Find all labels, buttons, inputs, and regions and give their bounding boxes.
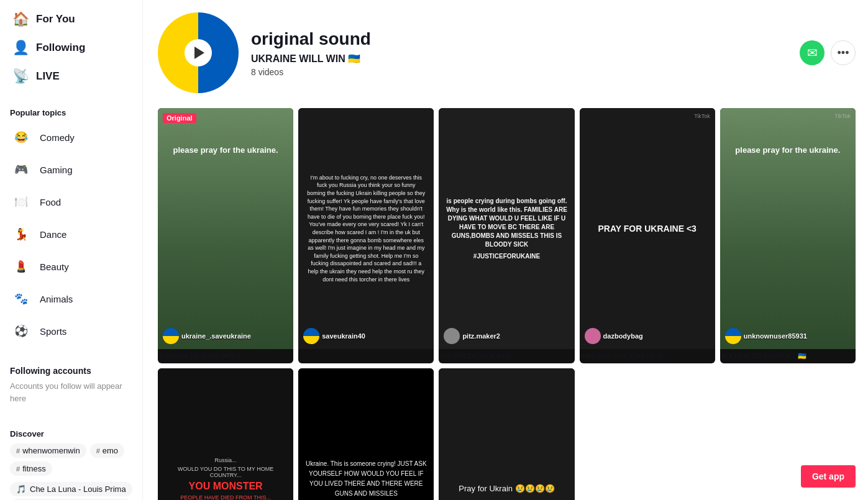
sidebar-item-food[interactable]: 🍽️ Food [0, 186, 142, 218]
sound-title: original sound [251, 29, 787, 49]
video-card-2[interactable]: I'm about to fucking cry, no one deserve… [298, 108, 434, 363]
discover-section: Discover # whenwomenwin # emo # fitness [0, 422, 142, 480]
video-caption-3: #JUSTICEFORUKAINE [439, 349, 574, 363]
tag-label-2: emo [103, 446, 118, 455]
video-grid: Original please pray for the ukraine. uk… [158, 108, 856, 500]
animals-label: Animals [40, 294, 73, 304]
nav-following[interactable]: 👤 Following [2, 34, 140, 62]
more-options-button[interactable]: ••• [831, 40, 856, 65]
home-icon: 🏠 [12, 11, 29, 27]
food-icon: 🍽️ [10, 191, 32, 213]
username-2: saveukrain40 [322, 332, 365, 340]
sound-actions: ✉ ••• [800, 40, 856, 65]
ellipsis-icon: ••• [838, 47, 849, 60]
sound-cover[interactable] [158, 12, 239, 93]
nav-for-you-label: For You [36, 13, 75, 25]
hashtag-icon-2: # [96, 447, 100, 455]
gaming-icon: 🎮 [10, 158, 32, 181]
comedy-label: Comedy [40, 132, 75, 143]
sidebar-item-beauty[interactable]: 💄 Beauty [0, 250, 142, 283]
username-1: ukraine_.saveukraine [181, 332, 251, 340]
video-card-7[interactable]: Ukraine. This is someone crying! JUST AS… [298, 368, 434, 500]
username-5: unknownuser85931 [744, 332, 807, 340]
overlay-text-3: #JUSTICEFORUKAINE [473, 253, 540, 260]
following-accounts-title: Following accounts [10, 365, 132, 378]
comedy-icon: 😂 [10, 126, 32, 148]
discover-tags: # whenwomenwin # emo # fitness [10, 443, 132, 476]
food-label: Food [40, 197, 61, 207]
video-user-1: ukraine_.saveukraine [163, 328, 288, 344]
sidebar: 🏠 For You 👤 Following 📡 LIVE Popular top… [0, 0, 143, 500]
sound-creator: UKRAINE WILL WIN 🇺🇦 [251, 53, 787, 65]
whatsapp-icon: ✉ [807, 45, 818, 60]
video-text-4: PRAY FOR UKRAINE <3 [598, 224, 697, 234]
video-text-2: I'm about to fucking cry, no one deserve… [303, 170, 429, 287]
nav-following-label: Following [36, 42, 85, 54]
animals-icon: 🐾 [10, 288, 32, 310]
sound-info: original sound UKRAINE WILL WIN 🇺🇦 8 vid… [251, 29, 787, 77]
sound-icon-1: 🎵 [16, 484, 26, 494]
video-caption-1: FOLLOW TO SUPPORT U... [158, 349, 293, 363]
following-accounts-desc: Accounts you follow will appear here [10, 380, 132, 404]
avatar-2 [303, 328, 319, 344]
tag-emo[interactable]: # emo [90, 443, 124, 458]
sports-icon: ⚽ [10, 320, 32, 342]
dance-icon: 💃 [10, 223, 32, 245]
dance-label: Dance [40, 229, 66, 240]
video-user-5: unknownuser85931 [725, 328, 851, 344]
following-accounts-section: Following accounts Accounts you follow w… [0, 357, 142, 412]
popular-topics-title: Popular topics [0, 101, 142, 121]
video-text-3: is people crying during bombs going off.… [444, 197, 569, 249]
tag-label-3: fitness [22, 464, 46, 473]
sidebar-item-sports[interactable]: ⚽ Sports [0, 315, 142, 347]
play-button[interactable] [185, 39, 212, 66]
beauty-icon: 💄 [10, 255, 32, 278]
tag-whenwomenwin[interactable]: # whenwomenwin [10, 443, 86, 458]
username-3: pitz.maker2 [462, 332, 500, 340]
sound-header: original sound UKRAINE WILL WIN 🇺🇦 8 vid… [158, 12, 856, 93]
gaming-label: Gaming [40, 165, 73, 175]
sound-videos-count: 8 videos [251, 67, 787, 77]
sidebar-item-gaming[interactable]: 🎮 Gaming [0, 153, 142, 186]
video-text-6: YOU MONSTER [189, 481, 263, 492]
main-content: original sound UKRAINE WILL WIN 🇺🇦 8 vid… [143, 0, 868, 500]
tag-fitness[interactable]: # fitness [10, 461, 52, 476]
avatar-4 [585, 328, 601, 344]
video-subtext3-6: PEOPLE HAVE DIED FROM THIS... [180, 494, 271, 500]
discover-title: Discover [10, 429, 132, 439]
video-text-7: Ukraine. This is someone crying! JUST AS… [304, 459, 427, 500]
nav-live[interactable]: 📡 LIVE [2, 62, 140, 91]
get-app-button[interactable]: Get app [801, 465, 856, 488]
video-card-4[interactable]: PRAY FOR UKRAINE <3 TikTok dazbodybag PR… [580, 108, 715, 363]
sidebar-item-dance[interactable]: 💃 Dance [0, 218, 142, 250]
video-text-8: Pray for Ukrain 😢😢😢😢 [459, 484, 554, 493]
video-user-4: dazbodybag [585, 328, 710, 344]
nav-for-you[interactable]: 🏠 For You [2, 5, 140, 34]
sidebar-item-animals[interactable]: 🐾 Animals [0, 283, 142, 315]
video-card-8[interactable]: Pray for Ukrain 😢😢😢😢 sophievazquez20 #uk… [439, 368, 574, 500]
following-icon: 👤 [12, 40, 29, 56]
beauty-label: Beauty [40, 261, 69, 272]
sound-label-1: Che La Luna - Louis Prima [30, 484, 126, 494]
avatar-5 [725, 328, 741, 344]
tiktok-label-5: TikTok [834, 113, 851, 119]
video-card-3[interactable]: is people crying during bombs going off.… [439, 108, 574, 363]
video-user-3: pitz.maker2 [444, 328, 569, 344]
video-text-5: please pray for the ukraine. [730, 120, 845, 155]
video-card-5[interactable]: please pray for the ukraine. TikTok unkn… [720, 108, 856, 363]
avatar-1 [163, 328, 179, 344]
video-subtext2-6: WOULD YOU DO THIS TO MY HOME COUNTRY... [163, 466, 288, 478]
video-card-6[interactable]: Russia... WOULD YOU DO THIS TO MY HOME C… [158, 368, 293, 500]
username-4: dazbodybag [603, 332, 643, 340]
whatsapp-share-button[interactable]: ✉ [800, 40, 825, 65]
nav-live-label: LIVE [36, 70, 60, 83]
video-caption-2 [298, 349, 434, 360]
sidebar-item-comedy[interactable]: 😂 Comedy [0, 121, 142, 153]
sports-label: Sports [40, 326, 66, 337]
avatar-3 [444, 328, 460, 344]
video-caption-5: FOLLOW TO SUPPORT 🇺🇦... [720, 349, 856, 363]
original-badge: Original [163, 113, 196, 123]
video-card-1[interactable]: Original please pray for the ukraine. uk… [158, 108, 293, 363]
sound-che-la-luna[interactable]: 🎵 Che La Luna - Louis Prima [10, 482, 132, 496]
video-caption-4: PRAYING FOR YOU LOVE... [580, 349, 715, 363]
